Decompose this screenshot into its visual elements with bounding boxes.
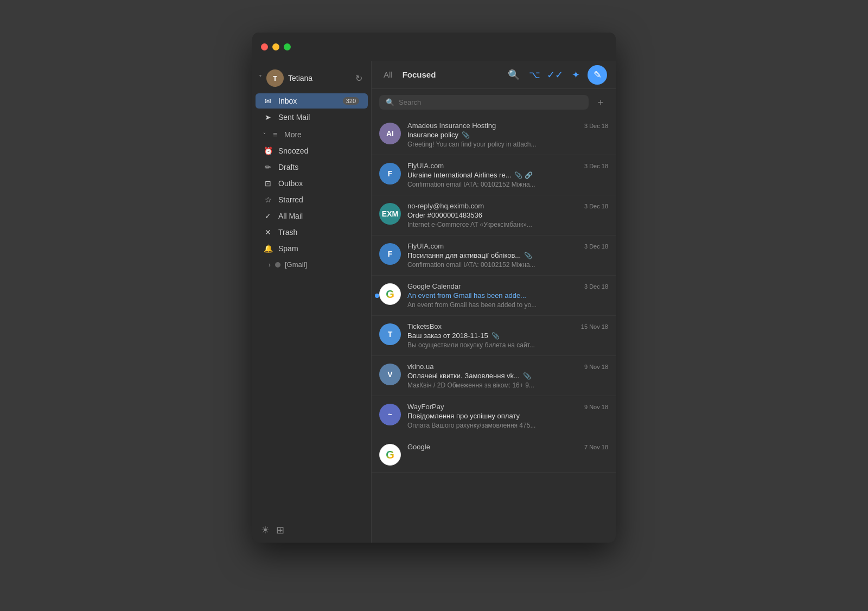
settings-icon[interactable]: ☀: [261, 524, 270, 536]
email-subject-row: An event from Gmail has been adde...: [407, 291, 608, 300]
more-section-header[interactable]: ˅ ≡ More: [256, 127, 368, 142]
email-header: Google Calendar 3 Dec 18: [407, 282, 608, 290]
filter-icon: ⌥: [529, 69, 540, 81]
sidebar-item-spam[interactable]: 🔔 Spam: [256, 241, 368, 256]
account-name: Tetiana: [288, 74, 351, 82]
more-label: More: [284, 130, 302, 139]
email-preview: Оплата Вашого рахунку/замовлення 475...: [407, 422, 608, 429]
email-preview: Internet e-Commerce AT «Укрексімбанк»...: [407, 221, 608, 228]
close-button[interactable]: [261, 43, 268, 50]
avatar: EXM: [379, 203, 401, 225]
email-preview: Confirmation email IATA: 00102152 Міжна.…: [407, 181, 608, 188]
layout-icon[interactable]: ⊞: [276, 524, 284, 536]
sidebar-item-gmail[interactable]: › [Gmail]: [256, 257, 368, 272]
avatar: T: [266, 69, 284, 87]
sidebar-item-drafts[interactable]: ✏ Drafts: [256, 160, 368, 175]
avatar-letter: T: [388, 330, 393, 339]
star-icon: ☆: [263, 195, 273, 204]
email-content: Google 7 Nov 18: [407, 443, 608, 454]
compose-button[interactable]: ✎: [588, 65, 607, 85]
email-icons: 📎: [524, 252, 532, 259]
sidebar-item-sent[interactable]: ➤ Sent Mail: [256, 110, 368, 125]
avatar: F: [379, 163, 401, 184]
email-header: vkino.ua 9 Nov 18: [407, 362, 608, 371]
focused-tab[interactable]: Focused: [399, 68, 439, 81]
more-icon: ≡: [270, 130, 280, 139]
sidebar-item-inbox[interactable]: ✉ Inbox 320: [256, 93, 368, 109]
search-button[interactable]: 🔍: [505, 66, 522, 84]
email-subject: Insurance policy: [407, 131, 458, 139]
sync-icon: ↻: [355, 73, 362, 84]
email-item[interactable]: G Google Calendar 3 Dec 18 An event from…: [372, 276, 616, 316]
filter-button[interactable]: ⌥: [526, 66, 543, 84]
email-item[interactable]: F FlyUIA.com 3 Dec 18 Ukraine Internatio…: [372, 155, 616, 195]
email-date: 7 Nov 18: [584, 444, 608, 450]
email-item[interactable]: AI Amadeus Insurance Hosting 3 Dec 18 In…: [372, 115, 616, 155]
email-subject: An event from Gmail has been adde...: [407, 291, 526, 300]
attachment-icon: 📎: [523, 372, 531, 380]
email-item[interactable]: EXM no-reply@hq.eximb.com 3 Dec 18 Order…: [372, 195, 616, 236]
search-input[interactable]: [399, 98, 582, 106]
search-input-wrap: 🔍: [379, 95, 589, 110]
attachment-icon: 📎: [462, 131, 470, 139]
sidebar-item-snoozed[interactable]: ⏰ Snoozed: [256, 143, 368, 158]
avatar-letter: F: [388, 250, 393, 258]
email-preview: Confirmation email IATA: 00102152 Міжна.…: [407, 261, 608, 269]
email-content: FlyUIA.com 3 Dec 18 Посилання для актива…: [407, 242, 608, 269]
avatar-letter: EXM: [382, 209, 398, 218]
email-date: 3 Dec 18: [584, 243, 608, 250]
sidebar-item-trash[interactable]: ✕ Trash: [256, 225, 368, 240]
maximize-button[interactable]: [284, 43, 291, 50]
email-item[interactable]: T TicketsBox 15 Nov 18 Ваш заказ от 2018…: [372, 316, 616, 356]
email-sender: no-reply@hq.eximb.com: [407, 202, 484, 210]
spam-label: Spam: [278, 244, 359, 253]
email-icons: 📎🔗: [514, 171, 533, 179]
sent-label: Sent Mail: [278, 113, 359, 122]
email-header: FlyUIA.com 3 Dec 18: [407, 242, 608, 250]
email-header: Amadeus Insurance Hosting 3 Dec 18: [407, 122, 608, 130]
email-sender: Google Calendar: [407, 282, 461, 290]
drafts-label: Drafts: [278, 163, 359, 171]
email-item[interactable]: G Google 7 Nov 18: [372, 436, 616, 473]
email-subject-row: Повідомлення про успішну оплату: [407, 412, 608, 420]
starred-label: Starred: [278, 195, 359, 204]
email-date: 3 Dec 18: [584, 123, 608, 129]
avatar-letter: ~: [388, 410, 392, 419]
account-header[interactable]: ˅ T Tetiana ↻: [252, 65, 371, 93]
magic-button[interactable]: ✦: [567, 66, 584, 84]
email-subject-row: Оплачені квитки. Замовлення vk... 📎: [407, 372, 608, 380]
compose-icon: ✎: [593, 69, 602, 81]
email-content: vkino.ua 9 Nov 18 Оплачені квитки. Замов…: [407, 362, 608, 389]
sidebar-item-all-mail[interactable]: ✓ All Mail: [256, 208, 368, 224]
attachment-icon: 📎: [492, 332, 500, 340]
more-chevron-icon: ˅: [263, 132, 266, 138]
search-icon: 🔍: [508, 69, 520, 81]
email-date: 9 Nov 18: [584, 364, 608, 370]
sidebar-item-outbox[interactable]: ⊡ Outbox: [256, 176, 368, 191]
gmail-label: [Gmail]: [285, 260, 307, 269]
add-button[interactable]: ＋: [593, 94, 608, 110]
mark-all-button[interactable]: ✓✓: [546, 66, 564, 84]
email-item[interactable]: V vkino.ua 9 Nov 18 Оплачені квитки. Зам…: [372, 356, 616, 396]
email-preview: Greeting! You can find your policy in at…: [407, 141, 608, 148]
email-preview: МакКвін / 2D Обмеження за віком: 16+ 9..…: [407, 381, 608, 389]
email-item[interactable]: F FlyUIA.com 3 Dec 18 Посилання для акти…: [372, 236, 616, 276]
all-mail-label: All Mail: [278, 212, 359, 220]
trash-icon: ✕: [263, 228, 273, 237]
toolbar: All Focused 🔍 ⌥ ✓✓ ✦ ✎: [372, 61, 616, 89]
email-subject: Order #0000001483536: [407, 211, 482, 219]
email-item[interactable]: ~ WayForPay 9 Nov 18 Повідомлення про ус…: [372, 396, 616, 436]
email-sender: TicketsBox: [407, 322, 442, 330]
mail-app-window: ˅ T Tetiana ↻ ✉ Inbox 320 ➤ Sent Mail ˅: [252, 33, 616, 543]
google-g: G: [386, 449, 394, 461]
all-tab[interactable]: All: [380, 68, 396, 81]
email-content: WayForPay 9 Nov 18 Повідомлення про успі…: [407, 403, 608, 429]
trash-label: Trash: [278, 228, 359, 237]
double-check-icon: ✓✓: [547, 69, 563, 81]
email-date: 3 Dec 18: [584, 283, 608, 290]
email-subject-row: Insurance policy 📎: [407, 131, 608, 139]
sidebar-item-starred[interactable]: ☆ Starred: [256, 192, 368, 207]
minimize-button[interactable]: [272, 43, 279, 50]
email-sender: vkino.ua: [407, 362, 433, 371]
email-subject: Посилання для активації обліков...: [407, 251, 521, 259]
